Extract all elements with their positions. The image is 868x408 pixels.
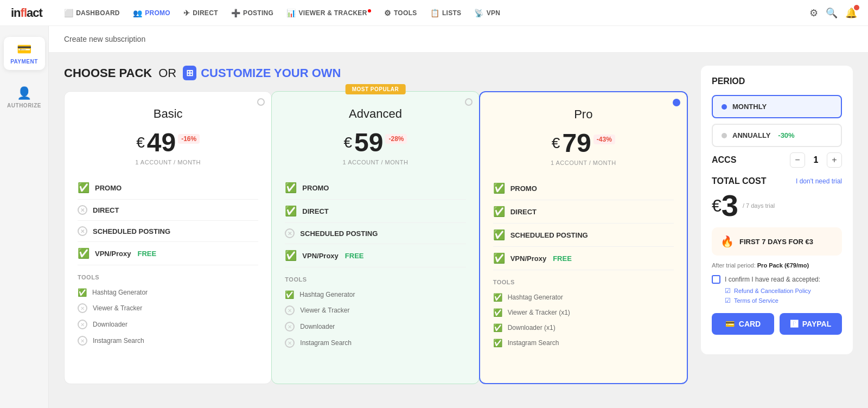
authorize-icon: 👤 (17, 86, 31, 100)
price-amount: 3 (722, 190, 738, 221)
basic-plan-name: Basic (78, 107, 258, 121)
basic-radio[interactable] (257, 98, 265, 106)
dashboard-icon: ⬜ (64, 9, 73, 17)
advanced-tools-label: TOOLS (285, 276, 465, 283)
check-hashtag-icon: ✅ (78, 288, 87, 297)
advanced-currency: € (344, 134, 353, 151)
basic-price-row: € 49 -16% (78, 130, 258, 156)
nav-item-posting[interactable]: ➕ POSTING (226, 5, 279, 21)
advanced-tool-viewer: ✕ Viewer & Tracker (285, 302, 465, 318)
promo-box-text: FIRST 7 DAYS FOR €3 (739, 238, 813, 246)
sidebar-item-authorize[interactable]: 👤 AUTHORIZE (4, 81, 45, 114)
card-button[interactable]: 💳 CARD (712, 313, 774, 335)
pro-feature-direct: ✅ DIRECT (493, 200, 674, 224)
check-pro-direct-icon: ✅ (493, 206, 505, 218)
customize-icon: ⊞ (183, 66, 196, 80)
nav-item-lists[interactable]: 📋 LISTS (425, 5, 467, 21)
pro-radio[interactable] (673, 99, 680, 106)
pro-feature-posting: ✅ SCHEDULED POSTING (493, 224, 674, 247)
x-adv-search-icon: ✕ (285, 338, 295, 348)
accs-counter: − 1 + (790, 152, 842, 168)
nav-item-promo[interactable]: 👥 PROMO (127, 5, 176, 21)
check-adv-direct-icon: ✅ (285, 205, 297, 217)
sidebar-authorize-label: AUTHORIZE (7, 103, 41, 109)
check-pro-promo-icon: ✅ (493, 182, 505, 194)
promo-box: 🔥 FIRST 7 DAYS FOR €3 (712, 227, 842, 256)
policy-refund-link[interactable]: ☑ Refund & Cancellation Policy (725, 287, 842, 295)
period-annually[interactable]: ANNUALLY -30% (712, 124, 842, 147)
page-layout: 💳 PAYMENT 👤 AUTHORIZE Create new subscri… (0, 26, 868, 408)
trial-link[interactable]: I don't need trial (796, 177, 842, 185)
policy-terms-link[interactable]: ☑ Terms of Service (725, 297, 842, 304)
nav-item-viewer[interactable]: 📊 VIEWER & TRACKER (281, 5, 376, 21)
search-icon[interactable]: 🔍 (826, 7, 838, 19)
basic-tools-label: TOOLS (78, 274, 258, 280)
period-section: PERIOD MONTHLY ANNUALLY -30% ACCS (701, 66, 853, 354)
check-pro-hashtag-icon: ✅ (493, 293, 502, 302)
basic-vpn-free: FREE (137, 250, 156, 258)
advanced-tool-hashtag: ✅ Hashtag Generator (285, 287, 465, 302)
basic-period: 1 ACCOUNT / MONTH (78, 159, 258, 165)
promo-icon: 👥 (133, 9, 142, 17)
advanced-radio[interactable] (465, 98, 473, 106)
x-viewer-icon: ✕ (78, 303, 87, 313)
vpn-icon: 📡 (474, 9, 483, 17)
sidebar-item-payment[interactable]: 💳 PAYMENT (4, 37, 45, 70)
customize-section[interactable]: ⊞ CUSTOMIZE YOUR OWN (183, 66, 341, 80)
payment-icon: 💳 (17, 42, 31, 56)
pro-vpn-free: FREE (553, 254, 572, 263)
check-vpn-icon: ✅ (78, 247, 90, 259)
basic-feature-direct: ✕ DIRECT (78, 200, 258, 221)
annually-discount: -30% (778, 131, 794, 139)
monthly-dot (722, 104, 727, 110)
paypal-icon: 🅿 (790, 320, 798, 328)
x-downloader-icon: ✕ (78, 320, 87, 329)
plan-card-basic[interactable]: Basic € 49 -16% 1 ACCOUNT / MONTH ✅ PROM… (64, 91, 272, 384)
pro-tool-search: ✅ Instagram Search (493, 335, 674, 350)
basic-currency: € (136, 134, 145, 151)
confirm-checkbox[interactable] (712, 275, 720, 284)
navbar: inflact ⬜ DASHBOARD 👥 PROMO ✈ DIRECT ➕ P… (0, 0, 868, 26)
pro-amount: 79 (562, 130, 591, 156)
main-content: Create new subscription CHOOSE PACK OR ⊞… (49, 26, 868, 408)
x-direct-icon: ✕ (78, 205, 87, 215)
nav-item-dashboard[interactable]: ⬜ DASHBOARD (59, 5, 125, 21)
notification-icon[interactable]: 🔔 (845, 7, 857, 19)
advanced-discount: -28% (385, 134, 407, 144)
logo[interactable]: inflact (11, 6, 42, 20)
annually-dot (722, 133, 727, 138)
paypal-button[interactable]: 🅿 PAYPAL (780, 313, 842, 335)
x-adv-posting-icon: ✕ (285, 228, 295, 238)
nav-item-direct[interactable]: ✈ DIRECT (178, 5, 224, 21)
advanced-amount: 59 (354, 130, 383, 156)
pro-discount: -43% (593, 135, 615, 144)
nav-item-tools[interactable]: ⚙ TooLS (379, 5, 423, 21)
x-adv-downloader-icon: ✕ (285, 322, 295, 331)
card-icon: 💳 (725, 320, 735, 328)
basic-discount: -16% (178, 134, 200, 144)
check-pro-downloader-icon: ✅ (493, 323, 502, 332)
advanced-period: 1 ACCOUNT / MONTH (285, 159, 465, 165)
plan-card-advanced[interactable]: MOST POPULAR Advanced € 59 -28% 1 ACCOUN… (271, 91, 479, 384)
nav-items: ⬜ DASHBOARD 👥 PROMO ✈ DIRECT ➕ POSTING 📊… (59, 5, 809, 21)
plans-header: CHOOSE PACK OR ⊞ CUSTOMIZE YOUR OWN (64, 66, 688, 80)
period-monthly[interactable]: MONTHLY (712, 95, 842, 118)
viewer-icon: 📊 (286, 9, 296, 17)
payment-buttons: 💳 CARD 🅿 PAYPAL (712, 313, 842, 335)
check-promo-icon: ✅ (78, 182, 90, 194)
plan-card-pro[interactable]: Pro € 79 -43% 1 ACCOUNT / MONTH ✅ PROMO (479, 91, 688, 384)
nav-item-vpn[interactable]: 📡 VPN (469, 5, 506, 21)
accs-minus-button[interactable]: − (790, 152, 805, 168)
pro-tools-label: TOOLS (493, 279, 674, 285)
x-search-icon: ✕ (78, 336, 87, 346)
accs-plus-button[interactable]: + (827, 152, 842, 168)
pricing-section: CHOOSE PACK OR ⊞ CUSTOMIZE YOUR OWN Basi… (49, 53, 868, 397)
pro-tool-downloader: ✅ Downloader (x1) (493, 320, 674, 335)
total-cost-row: TOTAL COST I don't need trial (712, 176, 842, 186)
check-adv-vpn-icon: ✅ (285, 250, 297, 262)
advanced-price-row: € 59 -28% (285, 130, 465, 156)
plans-area: CHOOSE PACK OR ⊞ CUSTOMIZE YOUR OWN Basi… (64, 66, 688, 384)
plans-or: OR (158, 66, 176, 80)
settings-icon[interactable]: ⚙ (809, 7, 818, 19)
after-trial-plan: Pro Pack (€79/mo) (757, 262, 809, 269)
